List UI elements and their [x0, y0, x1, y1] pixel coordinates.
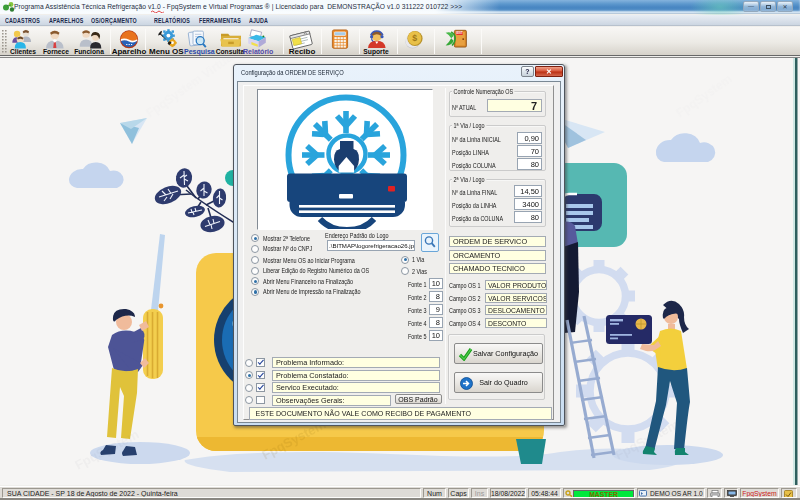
svg-text:FpqSystem Virtual: FpqSystem Virtual	[144, 58, 238, 120]
svg-text:FpqSystem: FpqSystem	[674, 72, 735, 121]
svg-text:$: $	[412, 33, 417, 43]
svg-text:EXIT: EXIT	[456, 31, 463, 35]
